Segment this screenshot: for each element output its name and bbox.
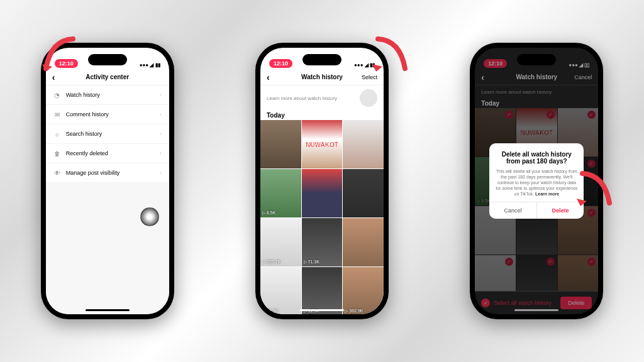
search-icon: ⌕ xyxy=(53,130,61,138)
info-banner[interactable]: Learn more about watch history xyxy=(260,85,384,111)
phone-activity-center: 12:10 ●●● ◢ ▮▮ ‹ Activity center ◔ Watch… xyxy=(41,43,174,319)
chevron-right-icon: › xyxy=(160,170,162,176)
page-title: Activity center xyxy=(71,74,144,80)
list-item-comment-history[interactable]: ✉ Comment history › xyxy=(46,105,169,124)
chevron-right-icon: › xyxy=(160,150,162,156)
learn-more-link[interactable]: Learn more xyxy=(535,192,559,196)
select-button[interactable]: Select xyxy=(358,74,377,80)
modal-backdrop[interactable]: Delete all watch history from past 180 d… xyxy=(475,48,598,314)
view-count: ▷ 362.9K xyxy=(345,309,363,314)
list-item-post-visibility[interactable]: 👁 Manage post visibility › xyxy=(46,163,169,183)
list-item-recently-deleted[interactable]: 🗑 Recently deleted › xyxy=(46,144,169,163)
status-icons: ●●● ◢ ▮▮ xyxy=(140,62,160,68)
modal-cancel-button[interactable]: Cancel xyxy=(489,202,537,219)
trash-icon: 🗑 xyxy=(53,150,61,157)
chevron-right-icon: › xyxy=(160,131,162,137)
clock-icon: ◔ xyxy=(53,91,61,99)
time-pill: 12:10 xyxy=(55,59,78,68)
avatar[interactable] xyxy=(360,89,377,107)
video-thumb[interactable]: ▷ 6.5K xyxy=(260,169,301,217)
nav-header: ‹ Activity center xyxy=(46,69,169,85)
view-count: ▷ 205.7K xyxy=(262,260,280,265)
dynamic-island xyxy=(517,54,556,65)
eye-icon: 👁 xyxy=(53,169,61,177)
home-indicator[interactable] xyxy=(86,309,130,311)
list-item-search-history[interactable]: ⌕ Search history › xyxy=(46,124,169,144)
list-item-watch-history[interactable]: ◔ Watch history › xyxy=(46,85,169,105)
time-pill: 12:10 xyxy=(269,59,292,68)
modal-body: This will delete all your watch history … xyxy=(496,168,577,197)
chevron-right-icon: › xyxy=(160,92,162,98)
phone-delete-modal: 12:10 ●●● ◢ ▯▯ ‹ Watch history Cancel Le… xyxy=(470,43,603,319)
assistive-touch-icon[interactable] xyxy=(140,207,159,226)
video-thumb[interactable] xyxy=(302,169,343,217)
dynamic-island xyxy=(303,54,341,65)
list-item-label: Watch history xyxy=(66,92,155,98)
info-text: Learn more about watch history xyxy=(267,96,337,101)
settings-list: ◔ Watch history › ✉ Comment history › ⌕ … xyxy=(46,85,169,314)
video-thumb[interactable]: ▷ 362.9K xyxy=(343,267,384,314)
video-thumb[interactable]: ▷ 12.5K xyxy=(302,267,343,314)
back-icon[interactable]: ‹ xyxy=(52,72,71,82)
video-thumb[interactable] xyxy=(343,218,384,266)
video-thumb[interactable]: NUWAKOT xyxy=(302,120,343,168)
page-title: Watch history xyxy=(286,74,358,80)
modal-title: Delete all watch history from past 180 d… xyxy=(496,151,577,165)
back-icon[interactable]: ‹ xyxy=(267,72,286,82)
video-grid: NUWAKOT ▷ 6.5K ▷ 205.7K ▷ 71.3K ▷ 55.3K … xyxy=(260,120,384,314)
video-thumb[interactable]: ▷ 205.7K xyxy=(260,218,301,266)
section-header: Today xyxy=(260,111,384,120)
confirm-delete-modal: Delete all watch history from past 180 d… xyxy=(489,143,584,219)
view-count: ▷ 71.3K xyxy=(304,260,319,265)
view-count: ▷ 55.3K xyxy=(262,309,278,314)
thumb-overlay-text: NUWAKOT xyxy=(306,141,338,148)
list-item-label: Recently deleted xyxy=(66,150,155,156)
status-icons: ●●● ◢ ▮▮ xyxy=(354,62,375,68)
dynamic-island xyxy=(88,54,127,65)
view-count: ▷ 6.5K xyxy=(262,211,275,216)
phone-watch-history: 12:10 ●●● ◢ ▮▮ ‹ Watch history Select Le… xyxy=(255,43,389,319)
list-item-label: Comment history xyxy=(66,111,155,118)
chat-icon: ✉ xyxy=(53,111,61,118)
modal-actions: Cancel Delete xyxy=(489,202,584,219)
nav-header: ‹ Watch history Select xyxy=(260,69,384,85)
video-thumb[interactable]: ▷ 71.3K xyxy=(302,218,343,266)
video-thumb[interactable] xyxy=(343,120,384,168)
video-thumb[interactable] xyxy=(260,120,301,168)
video-thumb[interactable]: ▷ 55.3K xyxy=(260,267,301,314)
home-indicator[interactable] xyxy=(300,309,344,311)
chevron-right-icon: › xyxy=(160,111,162,118)
video-thumb[interactable] xyxy=(343,169,384,217)
list-item-label: Search history xyxy=(66,131,155,137)
modal-delete-button[interactable]: Delete xyxy=(537,202,584,219)
list-item-label: Manage post visibility xyxy=(66,170,155,176)
